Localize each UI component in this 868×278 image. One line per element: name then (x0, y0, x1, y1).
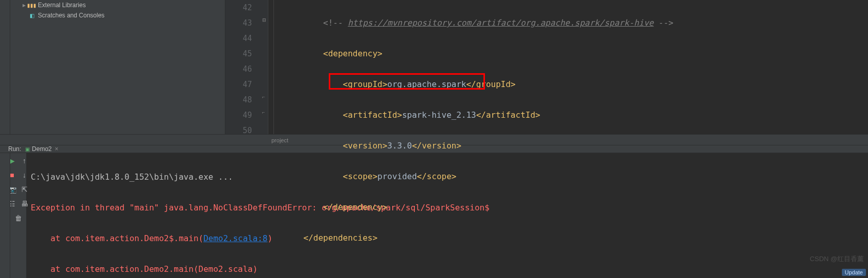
delete-icon[interactable]: 🗑 (13, 212, 24, 224)
fold-marker-icon[interactable]: ⊟ (262, 17, 267, 23)
watermark: CSDN @红目香薰 (810, 254, 864, 264)
line-gutter: 42 43 44 45 46 47 48 49 50 (225, 0, 261, 134)
stack-link[interactable]: Demo2.scala:8 (203, 233, 267, 243)
left-side-tabs[interactable]: 2: Favorites (0, 153, 10, 278)
run-tab[interactable]: ▣ Demo2 × (21, 145, 62, 153)
fold-gutter[interactable]: ⊟ ⌐ ⌐ (261, 0, 268, 134)
tree-label: External Libraries (38, 2, 86, 9)
run-toolbar: ▶ ↑ ■ ↓ 📷 ⇱ ☷ 🖶 🗑 (10, 153, 27, 278)
tree-item-scratches[interactable]: ◧ Scratches and Consoles (10, 10, 225, 20)
library-icon: ▮▮▮ (28, 2, 36, 9)
fold-end-icon[interactable]: ⌐ (262, 110, 267, 115)
run-config-icon: ▣ (25, 146, 30, 152)
tree-label: Scratches and Consoles (38, 12, 104, 19)
run-tab-label: Demo2 (32, 145, 52, 153)
close-icon[interactable]: × (55, 145, 58, 153)
fold-end-icon[interactable]: ⌐ (262, 94, 267, 99)
tree-item-libraries[interactable]: ▶ ▮▮▮ External Libraries (10, 0, 225, 10)
side-tool-left (0, 0, 10, 134)
indent-guide (273, 0, 274, 134)
update-button[interactable]: Update (842, 269, 866, 276)
scratches-icon: ◧ (28, 12, 36, 19)
project-tree[interactable]: ▶ ▮▮▮ External Libraries ◧ Scratches and… (10, 0, 225, 134)
code-editor[interactable]: 42 43 44 45 46 47 48 49 50 ⊟ ⌐ ⌐ <!-- ht… (225, 0, 868, 134)
run-title: Run: (8, 145, 21, 153)
code-content[interactable]: <!-- https://mvnrepository.com/artifact/… (284, 0, 868, 134)
